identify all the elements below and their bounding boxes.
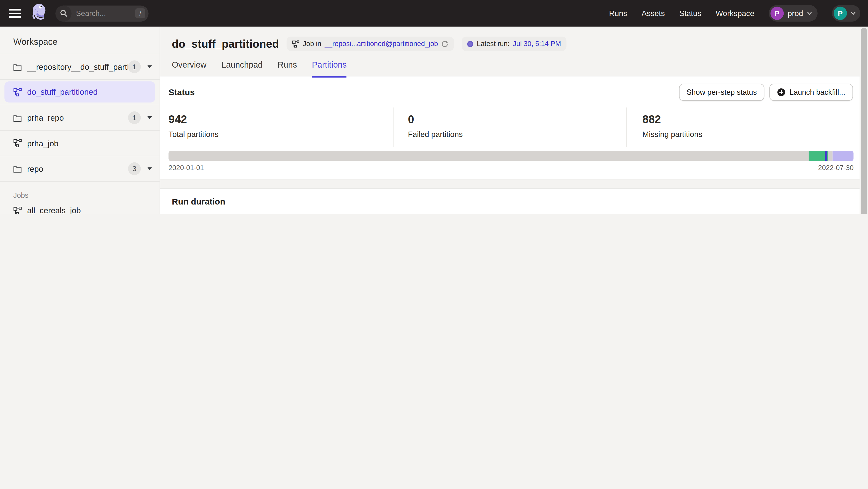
stat-value: 0 bbox=[408, 113, 612, 126]
top-nav: Search... / Runs Assets Status Workspace… bbox=[0, 0, 868, 27]
stat-missing-partitions: 882 Missing partitions bbox=[627, 107, 717, 147]
folder-icon bbox=[13, 63, 22, 70]
run-status-dot bbox=[467, 41, 473, 47]
status-section: Status Show per-step status Launch backf… bbox=[160, 76, 860, 179]
run-duration-section: Run duration 5.56.06.57.07.58.08.59.09.5… bbox=[160, 188, 860, 214]
job-icon bbox=[13, 206, 22, 214]
job-icon bbox=[13, 139, 22, 147]
sidebar-title: Workspace bbox=[0, 27, 159, 54]
deployment-avatar: P bbox=[771, 6, 784, 20]
search-shortcut-key: / bbox=[135, 8, 145, 18]
sidebar-item-repository-do-stuff[interactable]: __repository__do_stuff_partitio... 1 bbox=[0, 54, 159, 80]
job-label: prha_job bbox=[27, 139, 152, 148]
jobs-section-label: Jobs bbox=[0, 182, 159, 203]
main-content: do_stuff_partitioned Job in __reposi...a… bbox=[160, 27, 860, 214]
stat-label: Total partitions bbox=[168, 130, 378, 139]
search-icon bbox=[56, 5, 71, 21]
sidebar-item-prha-job[interactable]: prha_job bbox=[0, 131, 159, 156]
stat-label: Failed partitions bbox=[408, 130, 612, 139]
nav-link-workspace[interactable]: Workspace bbox=[716, 9, 754, 18]
tab-runs[interactable]: Runs bbox=[278, 60, 297, 76]
sidebar-item-do-stuff-partitioned[interactable]: do_stuff_partitioned bbox=[0, 80, 159, 105]
show-per-step-status-button[interactable]: Show per-step status bbox=[679, 84, 765, 101]
search-placeholder: Search... bbox=[71, 9, 135, 18]
bar-segment bbox=[809, 151, 826, 161]
repo-count-badge: 1 bbox=[128, 60, 141, 73]
latest-run-badge: Latest run: Jul 30, 5:14 PM bbox=[462, 37, 567, 51]
page-title: do_stuff_partitioned bbox=[172, 37, 279, 50]
nav-link-status[interactable]: Status bbox=[679, 9, 702, 18]
nav-link-assets[interactable]: Assets bbox=[642, 9, 665, 18]
chevron-down-icon[interactable] bbox=[147, 65, 152, 68]
run-duration-chart[interactable]: 5.56.06.57.07.58.08.59.09.52020-01-01202… bbox=[160, 208, 860, 214]
chevron-down-icon[interactable] bbox=[147, 116, 152, 119]
range-start: 2020-01-01 bbox=[168, 164, 204, 172]
launch-backfill-button[interactable]: Launch backfill... bbox=[770, 84, 853, 101]
folder-icon bbox=[13, 165, 22, 172]
job-icon bbox=[292, 40, 300, 47]
stat-total-partitions: 942 Total partitions bbox=[160, 107, 394, 147]
job-label: all_cereals_job bbox=[27, 206, 81, 214]
repo-label: repo bbox=[27, 164, 128, 173]
stat-failed-partitions: 0 Failed partitions bbox=[394, 107, 627, 147]
tab-overview[interactable]: Overview bbox=[172, 60, 207, 76]
repo-count-badge: 3 bbox=[128, 162, 141, 175]
sidebar-item-prha-repo[interactable]: prha_repo 1 bbox=[0, 105, 159, 131]
job-icon bbox=[13, 88, 22, 96]
partition-status-bar[interactable] bbox=[168, 151, 854, 161]
sidebar-item-repo[interactable]: repo 3 bbox=[0, 156, 159, 182]
menu-icon[interactable] bbox=[9, 9, 21, 18]
reload-icon[interactable] bbox=[441, 40, 448, 47]
selected-job-pill: do_stuff_partitioned bbox=[4, 82, 155, 102]
folder-icon bbox=[13, 114, 22, 122]
job-label: do_stuff_partitioned bbox=[27, 88, 147, 96]
nav-link-runs[interactable]: Runs bbox=[609, 9, 627, 18]
user-menu[interactable]: P bbox=[832, 5, 860, 22]
repo-count-badge: 1 bbox=[128, 111, 141, 124]
sidebar-item-all-cereals-job[interactable]: all_cereals_job bbox=[0, 203, 159, 214]
chevron-down-icon bbox=[807, 12, 812, 15]
run-duration-heading: Run duration bbox=[172, 197, 225, 206]
repo-label: __repository__do_stuff_partitio... bbox=[27, 62, 128, 71]
user-avatar: P bbox=[834, 6, 847, 20]
stat-value: 942 bbox=[168, 113, 378, 126]
job-origin-badge: Job in __reposi...artitioned@partitioned… bbox=[287, 37, 454, 51]
tab-launchpad[interactable]: Launchpad bbox=[221, 60, 262, 76]
repo-label: prha_repo bbox=[27, 113, 128, 122]
section-gap bbox=[160, 180, 860, 189]
chevron-down-icon[interactable] bbox=[147, 167, 152, 170]
bar-segment bbox=[832, 151, 854, 161]
stat-label: Missing partitions bbox=[643, 130, 703, 139]
chevron-down-icon bbox=[851, 12, 856, 15]
stat-value: 882 bbox=[643, 113, 703, 126]
partition-stats: 942 Total partitions 0 Failed partitions… bbox=[160, 107, 860, 147]
latest-run-link[interactable]: Jul 30, 5:14 PM bbox=[513, 40, 561, 48]
dagster-app: Search... / Runs Assets Status Workspace… bbox=[0, 0, 868, 214]
latest-run-label: Latest run: bbox=[477, 40, 509, 48]
workspace-sidebar: Workspace __repository__do_stuff_partiti… bbox=[0, 27, 160, 214]
bar-segment bbox=[168, 151, 809, 161]
job-tabs: Overview Launchpad Runs Partitions bbox=[160, 51, 860, 76]
page-header: do_stuff_partitioned Job in __reposi...a… bbox=[160, 27, 860, 51]
job-origin-link[interactable]: __reposi...artitioned@partitioned_job bbox=[324, 40, 438, 48]
tab-partitions[interactable]: Partitions bbox=[312, 60, 347, 76]
deployment-switcher[interactable]: P prod bbox=[769, 5, 817, 22]
search-input[interactable]: Search... / bbox=[56, 5, 149, 21]
page-scrollbar[interactable] bbox=[860, 27, 868, 214]
deployment-label: prod bbox=[787, 9, 803, 18]
partition-date-range: 2020-01-01 2022-07-30 bbox=[168, 164, 854, 172]
plus-circle-icon bbox=[777, 88, 785, 96]
range-end: 2022-07-30 bbox=[818, 164, 854, 172]
nav-links: Runs Assets Status Workspace P prod P bbox=[609, 5, 860, 22]
status-heading: Status bbox=[168, 87, 195, 97]
dagster-logo-icon[interactable] bbox=[29, 2, 49, 24]
launch-backfill-label: Launch backfill... bbox=[789, 88, 845, 96]
scrollbar-thumb[interactable] bbox=[861, 28, 867, 214]
bar-segment bbox=[828, 151, 832, 161]
job-origin-prefix: Job in bbox=[303, 40, 321, 48]
